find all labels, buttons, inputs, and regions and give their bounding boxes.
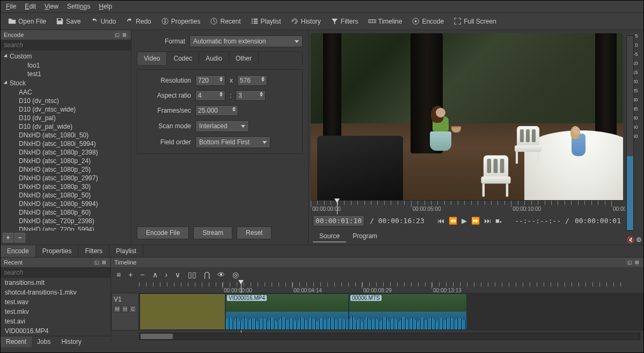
recent-search-input[interactable] <box>1 267 111 278</box>
preview-ruler[interactable]: 00:00:00:0000:00:05:0000:00:10:0000:00:1… <box>311 200 623 213</box>
stop-button[interactable]: ■▾ <box>495 217 502 225</box>
recent-item[interactable]: test.wav <box>1 297 111 307</box>
encode-tab-codec[interactable]: Codec <box>167 52 199 65</box>
bottom-tab-properties[interactable]: Properties <box>36 245 79 257</box>
add-preset-button[interactable]: + <box>3 233 13 242</box>
save-button[interactable]: Save <box>53 15 84 27</box>
menu-settings[interactable]: Settings <box>67 3 90 10</box>
timeline-clip[interactable]: 00006.MTS <box>349 293 467 330</box>
settings-icon[interactable]: ⚙ <box>636 236 642 244</box>
preset-item[interactable]: DNxHD (atsc_720p_2398) <box>1 217 131 225</box>
fast-forward-button[interactable]: ⏩ <box>471 217 480 225</box>
preset-item[interactable]: foo1 <box>1 61 131 70</box>
preset-item[interactable]: DNxHD (atsc_720p_5994) <box>1 225 131 231</box>
preset-item[interactable]: D10 (dv_pal) <box>1 114 131 122</box>
recent-item[interactable]: VID00016.MP4 <box>1 326 111 336</box>
program-tab[interactable]: Program <box>346 231 384 242</box>
reset-button[interactable]: Reset <box>237 226 272 239</box>
panel-float-icon[interactable]: ◱ <box>114 32 120 38</box>
recent-tab-recent[interactable]: Recent <box>1 336 32 347</box>
track-m-button[interactable]: M <box>114 305 121 313</box>
track-header[interactable]: V1 MHC <box>111 293 139 330</box>
scrub-icon[interactable]: 👁 <box>217 270 225 279</box>
recent-tab-history[interactable]: History <box>56 336 86 347</box>
encode-search-input[interactable] <box>1 40 131 50</box>
recent-item[interactable]: transitions.mlt <box>1 278 111 288</box>
fps-input[interactable] <box>195 105 238 116</box>
preset-item[interactable]: AAC <box>1 88 131 97</box>
playlist-button[interactable]: Playlist <box>247 15 284 27</box>
aspect-h-input[interactable] <box>236 90 266 101</box>
mute-icon[interactable]: 🔇 <box>627 236 635 244</box>
skip-start-button[interactable]: ⏮ <box>437 217 444 225</box>
menu-icon[interactable]: ≡ <box>116 270 121 279</box>
undo-button[interactable]: Undo <box>87 15 119 27</box>
timeline-button[interactable]: Timeline <box>365 15 406 27</box>
scan-dropdown[interactable]: Interlaced <box>195 120 249 132</box>
timeline-clip[interactable]: VID00016.MP4 <box>225 293 349 330</box>
bottom-tab-filters[interactable]: Filters <box>78 245 109 257</box>
recent-tab-jobs[interactable]: Jobs <box>32 336 56 347</box>
ripple-icon[interactable]: ◎ <box>232 270 239 279</box>
panel-float-icon[interactable]: ◱ <box>93 259 100 266</box>
timeline-clip[interactable] <box>140 293 225 330</box>
remove-icon[interactable]: − <box>140 270 144 279</box>
preset-item[interactable]: DNxHD (atsc_1080p_60) <box>1 208 131 217</box>
encode-tab-audio[interactable]: Audio <box>199 52 229 65</box>
preset-item[interactable]: D10 (dv_ntsc) <box>1 97 131 105</box>
panel-close-icon[interactable]: ⊠ <box>634 259 640 266</box>
aspect-w-input[interactable] <box>195 90 225 101</box>
skip-end-button[interactable]: ⏭ <box>484 217 491 225</box>
preset-item[interactable]: DNxHD (atsc_1080p_5994) <box>1 200 131 208</box>
track-h-button[interactable]: H <box>122 305 129 313</box>
panel-close-icon[interactable]: ⊠ <box>101 259 107 266</box>
encode-tab-video[interactable]: Video <box>137 52 167 65</box>
play-button[interactable]: ▶ <box>462 217 467 225</box>
overwrite-icon[interactable]: ∨ <box>175 270 180 279</box>
preset-item[interactable]: test1 <box>1 70 131 78</box>
snap-icon[interactable]: ⋂ <box>204 270 210 279</box>
fullscreen-button[interactable]: Full Screen <box>450 15 500 27</box>
preset-item[interactable]: DNxHD (atsc_1080p_2398) <box>1 148 131 157</box>
menu-help[interactable]: Help <box>99 3 112 10</box>
recent-item[interactable]: shotcut-transitions-1.mkv <box>1 288 111 297</box>
encode-tab-other[interactable]: Other <box>229 52 259 65</box>
preset-item[interactable]: DNxHD (atsc_1080p_2997) <box>1 174 131 182</box>
bottom-tab-encode[interactable]: Encode <box>1 245 36 257</box>
recent-item[interactable]: test.avi <box>1 317 111 326</box>
field-dropdown[interactable]: Bottom Field First <box>195 136 270 148</box>
track-c-button[interactable]: C <box>129 305 136 313</box>
resolution-height-input[interactable] <box>237 75 267 86</box>
preview-video[interactable] <box>311 33 623 200</box>
redo-button[interactable]: Redo <box>122 15 155 27</box>
scrollbar-thumb[interactable] <box>141 334 173 339</box>
preset-item[interactable]: DNxHD (atsc_1080i_5994) <box>1 139 131 148</box>
add-icon[interactable]: + <box>128 270 133 279</box>
panel-float-icon[interactable]: ◱ <box>626 259 633 266</box>
timecode-input[interactable] <box>313 215 364 226</box>
preset-item[interactable]: D10 (dv_pal_wide) <box>1 122 131 131</box>
encode-button[interactable]: Encode <box>408 15 447 27</box>
preset-item[interactable]: DNxHD (atsc_1080p_24) <box>1 157 131 165</box>
timeline-ruler[interactable]: 00:00:00:0000:00:04:1400:00:08:2900:00:1… <box>139 282 643 293</box>
encode-file-button[interactable]: Encode File <box>137 226 189 239</box>
stream-button[interactable]: Stream <box>193 226 232 239</box>
preset-group[interactable]: Stock <box>1 78 131 88</box>
preset-group[interactable]: Custom <box>1 52 131 61</box>
filter-button[interactable]: Filters <box>327 15 362 27</box>
menu-edit[interactable]: Edit <box>25 3 36 10</box>
preset-item[interactable]: DNxHD (atsc_1080i_50) <box>1 131 131 139</box>
rewind-button[interactable]: ⏪ <box>449 217 457 225</box>
insert-icon[interactable]: › <box>165 270 168 279</box>
preset-item[interactable]: DNxHD (atsc_1080p_25) <box>1 165 131 174</box>
format-dropdown[interactable]: Automatic from extension <box>189 35 303 47</box>
history-button[interactable]: History <box>288 15 324 27</box>
timeline-scrollbar[interactable] <box>139 333 640 340</box>
lift-icon[interactable]: ∧ <box>152 270 158 279</box>
preset-item[interactable]: DNxHD (atsc_1080p_50) <box>1 191 131 200</box>
remove-preset-button[interactable]: − <box>14 233 25 242</box>
source-tab[interactable]: Source <box>313 231 346 242</box>
open-button[interactable]: Open File <box>5 15 49 27</box>
menu-view[interactable]: View <box>45 3 58 10</box>
info-button[interactable]: Properties <box>158 15 204 27</box>
